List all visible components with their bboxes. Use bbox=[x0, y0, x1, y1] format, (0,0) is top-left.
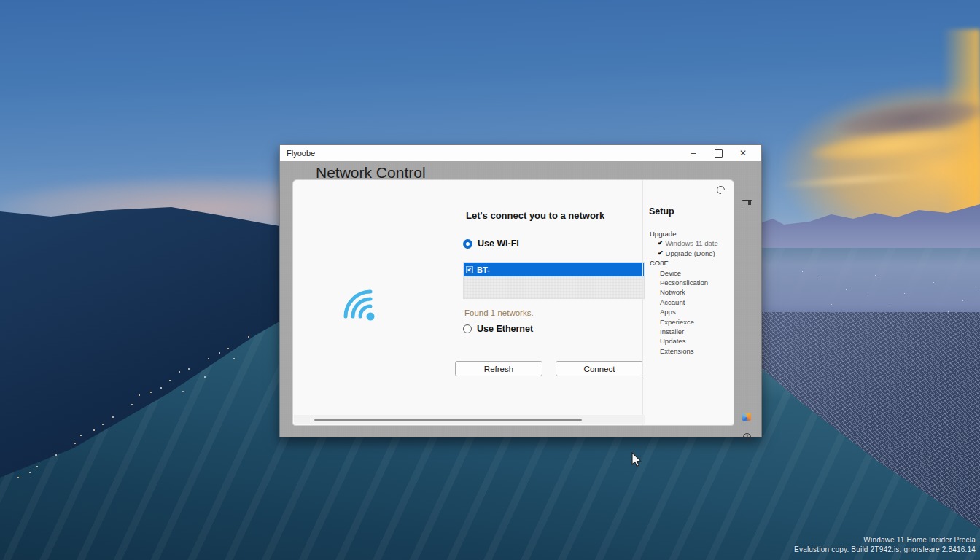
wifi-icon bbox=[338, 284, 382, 328]
sidebar-item-experience[interactable]: Experiexce bbox=[643, 317, 734, 327]
network-setup-panel: Let's connect you to a network Use Wi-Fi… bbox=[292, 179, 734, 426]
horizontal-scrollbar[interactable] bbox=[314, 419, 582, 421]
maximize-icon bbox=[715, 149, 723, 158]
sidebar-item-extensions[interactable]: Extensions bbox=[643, 346, 734, 356]
sidebar-item-label: Windows 11 date bbox=[666, 238, 718, 248]
refresh-button[interactable]: Refresh bbox=[455, 361, 542, 376]
watermark-line-1: Windawe 11 Home Incider Precla bbox=[794, 535, 976, 545]
network-listbox[interactable]: ✔ BT- bbox=[463, 262, 645, 299]
desktop: Windawe 11 Home Incider Precla Evalustio… bbox=[0, 0, 980, 560]
network-list-item-selected[interactable]: ✔ BT- bbox=[464, 262, 644, 276]
network-name: BT- bbox=[477, 265, 490, 274]
display-icon[interactable] bbox=[742, 200, 752, 206]
sidebar-item-network[interactable]: Notwork bbox=[643, 287, 734, 297]
check-icon: ✔ bbox=[658, 238, 664, 248]
checkbox-checked-icon[interactable]: ✔ bbox=[466, 266, 473, 273]
use-wifi-label: Use Wi-Fi bbox=[478, 238, 519, 249]
check-icon: ✔ bbox=[658, 249, 664, 258]
sidebar-header: Setup bbox=[649, 206, 734, 217]
wallpaper-valley-lights bbox=[802, 271, 803, 272]
sidebar-item-personalization[interactable]: Pecsonslication bbox=[643, 278, 734, 287]
wallpaper-valley-haze bbox=[758, 219, 980, 328]
check-glyph: ✔ bbox=[467, 267, 472, 273]
window-controls: – ✕ bbox=[681, 145, 761, 161]
radio-selected-icon bbox=[463, 239, 472, 249]
use-ethernet-radio[interactable]: Use Ethernet bbox=[463, 324, 533, 334]
sidebar-item-upgrade[interactable]: Upgrade bbox=[643, 229, 734, 238]
dialog-title: Let's connect you to a network bbox=[466, 210, 604, 221]
use-wifi-radio[interactable]: Use Wi-Fi bbox=[463, 238, 519, 249]
panel-bottom-strip bbox=[294, 415, 645, 424]
sidebar-item-oobe[interactable]: CO8E bbox=[643, 258, 734, 268]
radio-unselected-icon bbox=[463, 324, 472, 333]
sidebar-item-label: Upgrade (Done) bbox=[666, 249, 715, 258]
wallpaper-shoreline-lights bbox=[248, 336, 249, 338]
window-body: Network Control Let's connect you to a n… bbox=[280, 161, 761, 437]
window-title: Flyoobe bbox=[280, 149, 681, 158]
maximize-button[interactable] bbox=[706, 145, 731, 161]
sidebar-item-windows-11-date[interactable]: ✔ Windows 11 date bbox=[643, 238, 734, 248]
app-logo-icon[interactable] bbox=[742, 413, 751, 421]
connect-button[interactable]: Connect bbox=[556, 361, 643, 376]
close-button[interactable]: ✕ bbox=[731, 145, 755, 161]
use-ethernet-label: Use Ethernet bbox=[477, 324, 533, 334]
info-icon[interactable] bbox=[743, 433, 751, 441]
setup-sidebar: Setup Upgrade ✔ Windows 11 date ✔ Upgrad… bbox=[642, 180, 734, 425]
sidebar-list: Upgrade ✔ Windows 11 date ✔ Upgrade (Don… bbox=[643, 229, 734, 356]
watermark-line-2: Evalustion copy. Build 2T942.is, gnorsle… bbox=[794, 545, 976, 554]
windows-evaluation-watermark: Windawe 11 Home Incider Precla Evalustio… bbox=[794, 535, 976, 554]
flyoobe-window: Flyoobe – ✕ Network Control bbox=[279, 144, 762, 438]
sidebar-item-apps[interactable]: Apps bbox=[643, 307, 734, 316]
titlebar[interactable]: Flyoobe – ✕ bbox=[280, 145, 761, 161]
sidebar-item-account[interactable]: Accaunt bbox=[643, 298, 734, 307]
sidebar-item-device[interactable]: Device bbox=[643, 268, 734, 278]
mouse-cursor bbox=[631, 452, 643, 468]
sidebar-item-updates[interactable]: Updates bbox=[643, 336, 734, 346]
sidebar-item-upgrade-done[interactable]: ✔ Upgrade (Done) bbox=[643, 249, 734, 258]
networks-found-status: Found 1 networks. bbox=[464, 308, 534, 317]
sidebar-item-installer[interactable]: Instailer bbox=[643, 327, 734, 336]
minimize-button[interactable]: – bbox=[681, 145, 706, 161]
